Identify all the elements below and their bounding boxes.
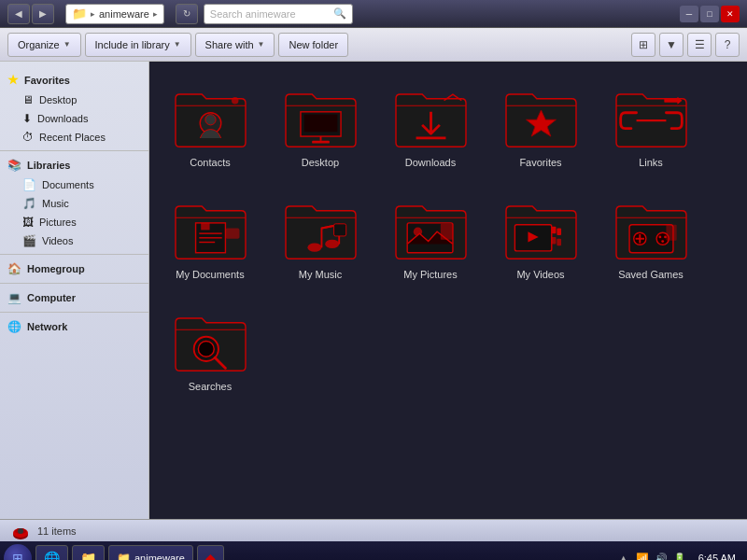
new-folder-button[interactable]: New folder <box>278 33 348 57</box>
svg-rect-14 <box>225 228 239 238</box>
toolbar-right: ⊞ ▼ ☰ ? <box>631 33 740 57</box>
clock: 6:45 AM <box>693 553 736 560</box>
network-label: Network <box>27 321 67 332</box>
network-header[interactable]: 🌐 Network <box>0 316 148 337</box>
documents-icon: 📄 <box>22 178 36 191</box>
sidebar-item-label: Recent Places <box>39 132 106 143</box>
file-label: My Music <box>299 269 342 280</box>
libraries-icon: 📚 <box>7 159 21 172</box>
svg-point-38 <box>198 341 214 357</box>
sidebar-item-label: Desktop <box>39 94 77 105</box>
window-controls: ─ □ ✕ <box>680 6 740 22</box>
taskbar-ie-icon[interactable]: 🌐 <box>35 545 68 560</box>
libraries-header[interactable]: 📚 Libraries <box>0 155 148 175</box>
svg-rect-6 <box>312 140 330 143</box>
file-item-my-pictures[interactable]: My Pictures <box>379 183 482 287</box>
folder-icon-contacts <box>168 78 252 153</box>
tray-arrow-icon[interactable]: ▲ <box>616 551 631 560</box>
svg-point-16 <box>325 239 339 247</box>
sidebar-item-videos[interactable]: 🎬 Videos <box>0 231 148 250</box>
file-grid: Contacts Desktop Downloads Favorites <box>159 71 738 399</box>
maximize-button[interactable]: □ <box>700 6 719 22</box>
sidebar-item-pictures[interactable]: 🖼 Pictures <box>0 213 148 231</box>
minimize-button[interactable]: ─ <box>680 6 698 22</box>
search-placeholder: Search animeware <box>210 8 296 20</box>
file-label: My Pictures <box>403 269 457 280</box>
videos-icon: 🎬 <box>22 234 36 247</box>
forward-button[interactable]: ▶ <box>32 4 54 24</box>
folder-icon-my-videos <box>499 190 583 265</box>
file-item-desktop[interactable]: Desktop <box>269 71 372 175</box>
address-bar[interactable]: 📁 ▸ animeware ▸ <box>65 4 164 24</box>
sidebar-item-music[interactable]: 🎵 Music <box>0 194 148 213</box>
sidebar-item-label: Videos <box>42 235 73 246</box>
back-button[interactable]: ◀ <box>7 4 30 24</box>
tray-network-icon: 📶 <box>635 551 650 560</box>
svg-rect-27 <box>557 238 561 245</box>
file-label: My Documents <box>176 269 244 280</box>
details-pane-button[interactable]: ☰ <box>687 33 712 57</box>
pictures-icon: 🖼 <box>22 216 34 229</box>
sidebar-item-desktop[interactable]: 🖥 Desktop <box>0 91 148 109</box>
file-item-links[interactable]: Links <box>599 71 702 175</box>
homegroup-label: Homegroup <box>27 263 85 274</box>
libraries-section: 📚 Libraries 📄 Documents 🎵 Music 🖼 Pictur… <box>0 155 148 250</box>
view-dropdown-button[interactable]: ▼ <box>659 33 684 57</box>
folder-icon-searches <box>168 302 252 377</box>
view-tiles-button[interactable]: ⊞ <box>631 33 655 57</box>
svg-rect-18 <box>333 223 345 235</box>
search-bar[interactable]: Search animeware 🔍 <box>204 4 353 24</box>
file-label: My Videos <box>516 269 564 280</box>
active-window-label: animeware <box>134 553 185 560</box>
svg-point-2 <box>232 96 239 104</box>
sidebar-item-label: Downloads <box>37 113 88 124</box>
file-item-favorites[interactable]: Favorites <box>489 71 592 175</box>
favorites-header[interactable]: ★ Favorites <box>0 69 148 91</box>
music-icon: 🎵 <box>22 197 36 210</box>
svg-rect-26 <box>551 236 556 244</box>
desktop-icon: 🖥 <box>22 93 34 106</box>
start-button[interactable]: ⊞ <box>4 544 32 560</box>
file-item-searches[interactable]: Searches <box>159 295 261 399</box>
svg-rect-4 <box>303 114 337 132</box>
sidebar-divider-1 <box>0 150 148 151</box>
computer-section: 💻 Computer <box>0 287 148 308</box>
folder-icon: 📁 <box>72 7 87 21</box>
sidebar-item-documents[interactable]: 📄 Documents <box>0 175 148 194</box>
taskbar-folder-icon[interactable]: 📁 <box>72 545 105 560</box>
ie-icon: 🌐 <box>44 551 60 560</box>
computer-header[interactable]: 💻 Computer <box>0 287 148 308</box>
share-button[interactable]: Share with ▼ <box>195 33 275 57</box>
include-library-button[interactable]: Include in library ▼ <box>85 33 191 57</box>
network-icon: 🌐 <box>7 320 21 333</box>
refresh-button[interactable]: ↻ <box>176 4 198 24</box>
help-button[interactable]: ? <box>715 33 740 57</box>
sidebar: ★ Favorites 🖥 Desktop ⬇ Downloads ⏱ Rece… <box>0 62 149 519</box>
file-item-downloads[interactable]: Downloads <box>379 71 482 175</box>
svg-rect-21 <box>440 223 452 239</box>
sidebar-item-label: Documents <box>42 179 94 190</box>
file-label: Favorites <box>519 157 561 168</box>
file-item-my-documents[interactable]: My Documents <box>159 183 261 287</box>
title-bar-left: ◀ ▶ 📁 ▸ animeware ▸ ↻ Search animeware 🔍 <box>7 4 353 24</box>
taskbar-right: ▲ 📶 🔊 🔋 6:45 AM <box>616 551 743 560</box>
close-button[interactable]: ✕ <box>721 6 740 22</box>
file-item-my-music[interactable]: My Music <box>269 183 372 287</box>
toolbar: Organize ▼ Include in library ▼ Share wi… <box>0 28 747 62</box>
file-item-contacts[interactable]: Contacts <box>159 71 261 175</box>
extra-icon: ◆ <box>205 551 216 560</box>
sidebar-item-recent[interactable]: ⏱ Recent Places <box>0 128 148 147</box>
file-item-my-videos[interactable]: My Videos <box>489 183 592 287</box>
taskbar-extra-icon[interactable]: ◆ <box>197 545 224 560</box>
favorites-section: ★ Favorites 🖥 Desktop ⬇ Downloads ⏱ Rece… <box>0 69 148 147</box>
organize-button[interactable]: Organize ▼ <box>7 33 81 57</box>
homegroup-header[interactable]: 🏠 Homegroup <box>0 259 148 279</box>
file-label: Contacts <box>190 157 230 168</box>
taskbar-active-window[interactable]: 📁 animeware <box>108 545 193 560</box>
sidebar-item-downloads[interactable]: ⬇ Downloads <box>0 109 148 128</box>
organize-label: Organize <box>18 39 60 50</box>
tray-volume-icon: 🔊 <box>654 551 669 560</box>
active-window-icon: 📁 <box>117 552 131 560</box>
file-item-saved-games[interactable]: Saved Games <box>599 183 702 287</box>
sidebar-divider-2 <box>0 254 148 255</box>
